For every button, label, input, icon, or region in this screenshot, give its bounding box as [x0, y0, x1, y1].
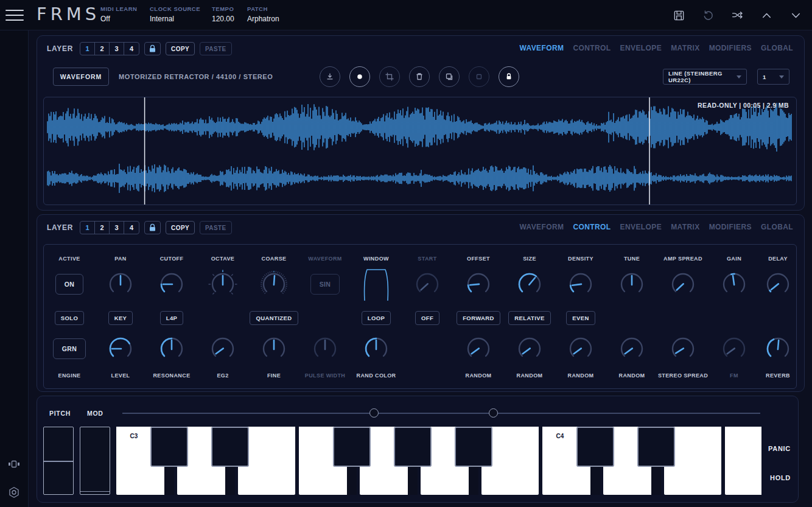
wave-paste-button[interactable]: PASTE [200, 42, 232, 55]
paste-sample-icon[interactable] [469, 66, 489, 87]
ctrl-tab-waveform[interactable]: WAVEFORM [519, 223, 564, 231]
random-knob[interactable] [515, 334, 544, 363]
midi-learn-field[interactable]: MIDI LEARN Off [100, 5, 137, 23]
loop-button[interactable]: LOOP [362, 311, 391, 325]
input-channel-select[interactable]: 1 [757, 69, 789, 85]
on-button[interactable]: ON [55, 274, 84, 295]
key-range-handle[interactable] [489, 408, 498, 418]
ctrl-layer-4-button[interactable]: 4 [124, 222, 139, 234]
crop-sample-icon[interactable] [379, 66, 400, 87]
ctrl-tab-modifiers[interactable]: MODIFIERS [709, 223, 752, 231]
pan-knob[interactable] [106, 270, 135, 299]
clock-source-value[interactable]: Internal [150, 15, 200, 23]
import-sample-icon[interactable] [320, 66, 340, 87]
grn-button[interactable]: GRN [53, 338, 86, 359]
black-key[interactable] [394, 427, 432, 467]
black-key[interactable] [455, 427, 492, 467]
quantized-button[interactable]: QUANTIZED [250, 311, 298, 325]
key-button[interactable]: KEY [108, 311, 133, 325]
input-device-select[interactable]: LINE (STEINBERG UR22C) [663, 69, 747, 85]
sin-button[interactable]: SIN [310, 274, 340, 295]
ctrl-layer-1-button[interactable]: 1 [80, 222, 95, 234]
wave-tab-waveform[interactable]: WAVEFORM [519, 44, 564, 52]
ctrl-paste-button[interactable]: PASTE [200, 221, 232, 234]
lock-sample-icon[interactable] [499, 66, 519, 87]
waveform-display[interactable]: READ-ONLY | 00:05 | 2.9 MB [43, 97, 797, 205]
cutoff-knob[interactable] [157, 270, 186, 299]
wave-layer-4-button[interactable]: 4 [124, 43, 139, 55]
mod-wheel[interactable] [80, 427, 110, 495]
eg2-knob[interactable] [208, 334, 237, 363]
relative-button[interactable]: RELATIVE [508, 311, 550, 325]
pitch-wheel[interactable] [43, 427, 74, 495]
wave-tab-control[interactable]: CONTROL [573, 44, 611, 52]
delete-sample-icon[interactable] [409, 66, 430, 87]
ctrl-copy-button[interactable]: COPY [166, 221, 195, 234]
random-knob[interactable] [617, 334, 646, 363]
black-key[interactable] [211, 427, 249, 467]
wave-layer-2-button[interactable]: 2 [95, 43, 110, 55]
coarse-knob[interactable] [259, 270, 289, 299]
white-key[interactable] [725, 427, 761, 495]
patch-up-icon[interactable] [760, 9, 773, 22]
randomize-icon[interactable] [731, 9, 744, 22]
wave-layer-1-button[interactable]: 1 [80, 43, 95, 55]
copy-sample-icon[interactable] [439, 66, 460, 87]
level-knob[interactable] [106, 334, 135, 363]
ctrl-layer-2-button[interactable]: 2 [95, 222, 110, 234]
ctrl-tab-matrix[interactable]: MATRIX [671, 223, 700, 231]
wave-tab-modifiers[interactable]: MODIFIERS [709, 44, 752, 52]
black-key[interactable] [150, 427, 188, 467]
tune-knob[interactable] [617, 270, 646, 299]
patch-value[interactable]: Arphatron [247, 15, 279, 23]
ctrl-tab-control[interactable]: CONTROL [573, 223, 611, 231]
window-shape[interactable] [357, 267, 396, 302]
wave-copy-button[interactable]: COPY [166, 42, 195, 55]
fm-knob[interactable] [719, 334, 749, 363]
l4p-button[interactable]: L4P [160, 311, 184, 325]
panic-button[interactable]: PANIC [768, 445, 791, 452]
waveform-source-button[interactable]: WAVEFORM [53, 68, 109, 86]
key-range-handle[interactable] [369, 408, 379, 418]
octave-knob[interactable] [208, 270, 237, 299]
wave-layer-lock-icon[interactable] [144, 42, 161, 55]
ctrl-layer-3-button[interactable]: 3 [110, 222, 124, 234]
record-sample-icon[interactable] [349, 66, 370, 87]
random-knob[interactable] [566, 334, 595, 363]
black-key[interactable] [637, 427, 675, 467]
amp-spread-knob[interactable] [668, 270, 698, 299]
resonance-knob[interactable] [157, 334, 186, 363]
random-knob[interactable] [464, 334, 493, 363]
off-button[interactable]: OFF [415, 311, 439, 325]
black-key[interactable] [333, 427, 371, 467]
size-knob[interactable] [515, 270, 544, 299]
menu-icon[interactable] [5, 10, 24, 21]
offset-knob[interactable] [464, 270, 493, 299]
gain-knob[interactable] [719, 270, 749, 299]
virtual-keyboard-icon[interactable] [7, 458, 21, 471]
delay-knob[interactable] [763, 270, 793, 299]
patch-down-icon[interactable] [789, 9, 802, 22]
solo-button[interactable]: SOLO [55, 311, 85, 325]
undo-icon[interactable] [702, 9, 715, 22]
wave-tab-matrix[interactable]: MATRIX [671, 44, 700, 52]
stereo-spread-knob[interactable] [668, 334, 698, 363]
wave-tab-global[interactable]: GLOBAL [761, 44, 793, 52]
start-knob[interactable] [413, 270, 442, 299]
black-key[interactable] [576, 427, 614, 467]
even-button[interactable]: EVEN [566, 311, 595, 325]
density-knob[interactable] [566, 270, 595, 299]
ctrl-layer-lock-icon[interactable] [144, 221, 161, 234]
settings-gear-icon[interactable] [7, 486, 21, 499]
fine-knob[interactable] [259, 334, 289, 363]
save-icon[interactable] [673, 9, 685, 22]
wave-tab-envelope[interactable]: ENVELOPE [620, 44, 662, 52]
ctrl-tab-envelope[interactable]: ENVELOPE [620, 223, 662, 231]
tempo-value[interactable]: 120.00 [212, 15, 234, 23]
hold-button[interactable]: HOLD [770, 474, 791, 481]
midi-learn-value[interactable]: Off [100, 15, 137, 23]
pulse-width-knob[interactable] [310, 334, 340, 363]
rand-color-knob[interactable] [362, 334, 391, 363]
ctrl-tab-global[interactable]: GLOBAL [761, 223, 793, 231]
reverb-knob[interactable] [763, 334, 793, 363]
